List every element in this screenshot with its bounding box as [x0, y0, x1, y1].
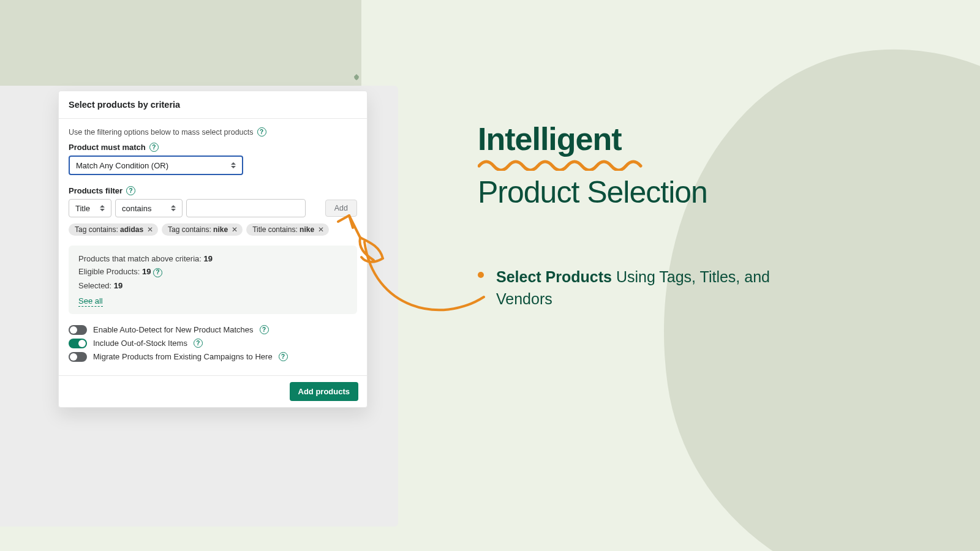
filter-value-input[interactable]	[186, 199, 306, 217]
bullet-text: Select Products Using Tags, Titles, and …	[496, 266, 821, 310]
bullet-bold: Select Products	[496, 268, 612, 285]
filter-operator-value: contains	[122, 204, 151, 213]
watermark	[353, 73, 360, 81]
summary-line2-prefix: Eligible Products:	[78, 267, 142, 276]
help-icon[interactable]: ?	[149, 143, 159, 152]
chip-prefix: Tag contains:	[75, 225, 120, 234]
chevron-sort-icon	[100, 205, 106, 211]
filter-chip: Tag contains: adidas ✕	[69, 223, 158, 236]
close-icon[interactable]: ✕	[232, 225, 238, 234]
summary-box: Products that match above criteria: 19 E…	[69, 246, 357, 314]
chevron-sort-icon	[171, 205, 177, 211]
summary-line1-value: 19	[203, 254, 212, 263]
headline-rest: Product Selection	[478, 176, 821, 209]
headline-bold: Intelligent	[478, 122, 821, 156]
toggle-migrate-label: Migrate Products from Existing Campaigns…	[93, 352, 273, 361]
summary-line3-prefix: Selected:	[78, 281, 114, 290]
leaf-icon	[353, 73, 360, 81]
chip-value: nike	[213, 225, 228, 234]
chip-value: adidas	[120, 225, 143, 234]
card-title: Select products by criteria	[59, 91, 367, 119]
help-icon[interactable]: ?	[126, 186, 135, 195]
marketing-copy: Intelligent Product Selection Select Pro…	[478, 122, 821, 310]
chip-value: nike	[300, 225, 314, 234]
help-icon[interactable]: ?	[260, 325, 269, 334]
filter-label: Products filter	[69, 186, 123, 195]
chip-prefix: Tag contains:	[168, 225, 213, 234]
see-all-link[interactable]: See all	[78, 296, 103, 307]
add-products-button[interactable]: Add products	[290, 382, 359, 401]
help-icon[interactable]: ?	[257, 127, 266, 137]
toggle-include-oos-label: Include Out-of-Stock Items	[93, 339, 187, 348]
match-condition-value: Match Any Condition (OR)	[76, 161, 168, 170]
filter-field-select[interactable]: Title	[69, 199, 111, 217]
criteria-card: Select products by criteria Use the filt…	[58, 91, 368, 408]
add-filter-button[interactable]: Add	[325, 200, 357, 217]
help-icon[interactable]: ?	[279, 352, 288, 361]
filter-chip: Title contains: nike ✕	[246, 223, 329, 236]
close-icon[interactable]: ✕	[147, 225, 153, 234]
toggle-include-oos[interactable]	[69, 339, 87, 348]
summary-line1-prefix: Products that match above criteria:	[78, 254, 203, 263]
match-condition-select[interactable]: Match Any Condition (OR)	[69, 156, 243, 175]
toggle-migrate[interactable]	[69, 352, 87, 362]
close-icon[interactable]: ✕	[318, 225, 324, 234]
help-icon[interactable]: ?	[194, 339, 203, 348]
chevron-sort-icon	[231, 162, 237, 168]
match-label: Product must match	[69, 143, 146, 152]
filter-operator-select[interactable]: contains	[115, 199, 183, 217]
summary-line3-value: 19	[114, 281, 123, 290]
summary-line2-value: 19	[142, 267, 151, 276]
help-text: Use the filtering options below to mass …	[69, 128, 254, 137]
toggle-auto-detect-label: Enable Auto-Detect for New Product Match…	[93, 325, 254, 334]
chip-prefix: Title contains:	[252, 225, 300, 234]
help-icon[interactable]: ?	[153, 268, 162, 277]
bullet-dot-icon	[478, 272, 484, 278]
toggle-auto-detect[interactable]	[69, 325, 87, 335]
filter-chip: Tag contains: nike ✕	[162, 223, 243, 236]
filter-field-value: Title	[75, 204, 90, 213]
squiggle-underline-icon	[478, 157, 655, 171]
